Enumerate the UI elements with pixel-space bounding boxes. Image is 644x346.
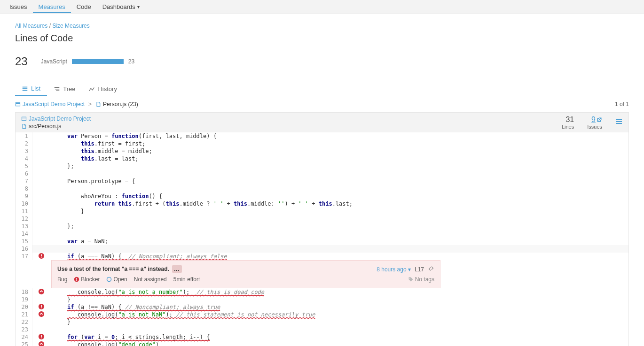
svg-rect-15: [41, 257, 42, 258]
permalink-icon: [428, 265, 434, 272]
issue-severity[interactable]: Blocker: [74, 276, 100, 283]
file-icon: [21, 123, 27, 129]
issue-block[interactable]: Use a test of the format "a === a" inste…: [51, 260, 440, 288]
issue-marker[interactable]: [38, 341, 45, 346]
issue-message: Use a test of the format "a === a" inste…: [57, 265, 169, 273]
blocker-icon: [74, 277, 79, 282]
stat-issues-link[interactable]: 9: [587, 115, 602, 124]
code-source: for (var i = 0; i < strings.length; i--)…: [51, 333, 628, 341]
svg-rect-10: [616, 119, 622, 120]
issue-status[interactable]: Open: [106, 276, 127, 283]
code-line: 23: [16, 326, 628, 333]
line-number: 13: [16, 223, 32, 230]
svg-rect-24: [41, 308, 42, 308]
line-number: 19: [16, 296, 32, 303]
code-source: whoAreYou : function() {: [51, 192, 628, 200]
svg-rect-6: [16, 102, 20, 106]
svg-rect-18: [77, 280, 78, 281]
svg-rect-1: [23, 88, 28, 89]
code-source: console.log("a is not a number"); // thi…: [51, 288, 628, 296]
code-source: console.log("dead code"): [51, 341, 628, 346]
code-line: 4 this.last = last;: [16, 155, 628, 162]
code-line: 3 this.middle = middle;: [16, 147, 628, 155]
code-line: 14: [16, 230, 628, 238]
code-line: 24for (var i = 0; i < strings.length; i-…: [16, 333, 628, 341]
line-number: 20: [16, 303, 32, 311]
page-title: Lines of Code: [15, 33, 629, 44]
viewer-path: src/Person.js: [29, 123, 61, 130]
code-line: 7Person.prototype = {: [16, 177, 628, 185]
code-line: 2 this.first = first;: [16, 140, 628, 147]
line-number: 23: [16, 326, 32, 333]
issue-marker[interactable]: [38, 253, 45, 261]
blocker-icon: [38, 253, 45, 259]
code-line: 15var a = NaN;: [16, 238, 628, 245]
svg-rect-5: [56, 90, 59, 91]
line-number: 6: [16, 170, 32, 177]
line-number: 12: [16, 215, 32, 223]
code-line: 22}: [16, 318, 628, 326]
file-icon: [95, 101, 101, 107]
nav-code[interactable]: Code: [71, 0, 97, 13]
nav-issues[interactable]: Issues: [4, 0, 33, 13]
code-source: };: [51, 162, 628, 170]
loc-total: 23: [15, 55, 28, 68]
svg-point-19: [107, 277, 111, 282]
project-icon: [15, 101, 21, 107]
issue-marker[interactable]: [38, 311, 45, 319]
line-number: 4: [16, 155, 32, 162]
issue-permalink[interactable]: [428, 265, 434, 274]
stat-issues-label: Issues: [587, 124, 602, 130]
issue-more-button[interactable]: …: [172, 265, 182, 273]
open-status-icon: [106, 277, 112, 282]
breadcrumb-size-measures[interactable]: Size Measures: [52, 23, 89, 29]
list-icon: [22, 85, 28, 92]
tree-icon: [54, 86, 60, 92]
tab-list[interactable]: List: [15, 82, 47, 96]
code-line: 8: [16, 185, 628, 192]
loc-bar: [72, 59, 124, 64]
code-source: }: [51, 296, 628, 303]
breadcrumb-all-measures[interactable]: All Measures: [15, 23, 47, 29]
svg-rect-3: [55, 87, 60, 87]
loc-language: JavaScript: [41, 58, 67, 65]
svg-rect-28: [41, 338, 42, 338]
code-line: 21 console.log("a is not NaN"); // this …: [16, 311, 628, 318]
code-source: return this.first + (this.middle ? ' ' +…: [51, 200, 628, 208]
line-number: 5: [16, 162, 32, 170]
chevron-up-circle-icon: [38, 288, 45, 295]
viewer-project-link[interactable]: JavaScript Demo Project: [21, 115, 91, 122]
svg-rect-12: [616, 123, 622, 124]
nav-measures[interactable]: Measures: [33, 0, 71, 13]
breadcrumb: All Measures / Size Measures: [15, 23, 629, 29]
crumb-project[interactable]: JavaScript Demo Project: [15, 101, 85, 108]
code-source: if (a === NaN) { // Noncompliant; always…: [51, 253, 628, 260]
issue-effort: 5min effort: [173, 276, 200, 283]
hamburger-icon: [615, 118, 623, 125]
issue-marker[interactable]: [38, 288, 45, 297]
project-icon: [21, 116, 27, 122]
line-number: 16: [16, 245, 32, 253]
code-source: }: [51, 318, 628, 326]
line-number: 3: [16, 147, 32, 155]
issue-age[interactable]: 8 hours ago ▾: [377, 266, 411, 273]
code-line: 20if (a !== NaN) { // Noncompliant; alwa…: [16, 303, 628, 311]
line-number: 21: [16, 311, 32, 318]
crumb-separator: >: [88, 101, 92, 108]
svg-rect-4: [55, 89, 60, 89]
line-number: 14: [16, 230, 32, 238]
issue-assignee[interactable]: Not assigned: [134, 276, 167, 283]
code-line: 9 whoAreYou : function() {: [16, 192, 628, 200]
nav-dashboards[interactable]: Dashboards▾: [97, 0, 145, 13]
tab-history[interactable]: History: [82, 82, 123, 96]
code-line: 11 }: [16, 208, 628, 215]
line-number: 18: [16, 288, 32, 296]
line-number: 7: [16, 177, 32, 185]
tab-tree[interactable]: Tree: [47, 82, 82, 96]
svg-rect-23: [41, 305, 42, 307]
viewer-menu-button[interactable]: [615, 118, 623, 128]
issue-line-ref: L17: [415, 266, 424, 273]
history-icon: [88, 86, 95, 92]
view-tabs: List Tree History: [15, 82, 629, 96]
issue-tags[interactable]: No tags: [408, 276, 434, 283]
